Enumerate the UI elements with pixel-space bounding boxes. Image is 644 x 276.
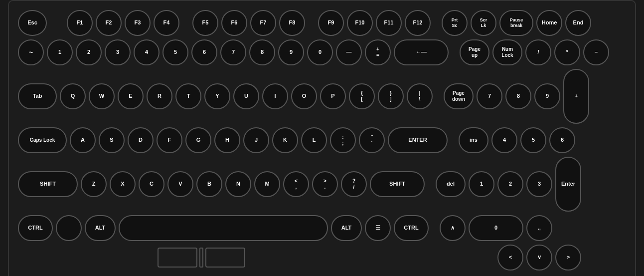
key-num-minus[interactable]: –: [583, 39, 609, 65]
key-i[interactable]: I: [262, 83, 288, 109]
key-f9[interactable]: F9: [318, 10, 344, 36]
key-comma[interactable]: <,: [283, 171, 309, 197]
key-backtick[interactable]: ~: [18, 39, 44, 65]
key-num-4[interactable]: 4: [491, 127, 517, 153]
key-shift-left[interactable]: SHIFT: [18, 171, 78, 197]
key-5[interactable]: 5: [162, 39, 188, 65]
key-backslash[interactable]: |\: [407, 83, 433, 109]
key-pause[interactable]: Pausebreak: [499, 10, 533, 36]
key-num-8[interactable]: 8: [505, 83, 531, 109]
key-prtsc[interactable]: PrtSc: [442, 10, 468, 36]
key-a[interactable]: A: [70, 127, 96, 153]
key-4[interactable]: 4: [134, 39, 160, 65]
key-pageup[interactable]: Pageup: [460, 39, 489, 65]
key-j[interactable]: J: [243, 127, 269, 153]
key-v[interactable]: V: [167, 171, 193, 197]
key-f4[interactable]: F4: [154, 10, 179, 36]
key-lbracket[interactable]: {[: [349, 83, 375, 109]
key-x[interactable]: X: [110, 171, 136, 197]
key-num-3[interactable]: 3: [526, 171, 552, 197]
key-9[interactable]: 9: [278, 39, 304, 65]
key-f6[interactable]: F6: [221, 10, 247, 36]
key-f[interactable]: F: [157, 127, 182, 153]
key-d[interactable]: D: [128, 127, 154, 153]
key-num-0[interactable]: 0: [469, 215, 523, 241]
key-f7[interactable]: F7: [250, 10, 276, 36]
key-u[interactable]: U: [233, 83, 259, 109]
key-w[interactable]: W: [89, 83, 115, 109]
key-f5[interactable]: F5: [192, 10, 218, 36]
key-m[interactable]: M: [254, 171, 280, 197]
key-shift-right[interactable]: SHIFT: [370, 171, 425, 197]
key-pagedown[interactable]: Pagedown: [444, 83, 474, 109]
touchpad-left-button[interactable]: [158, 248, 197, 268]
key-alt-left[interactable]: ALT: [85, 215, 116, 241]
key-end[interactable]: End: [565, 10, 591, 36]
key-r[interactable]: R: [147, 83, 172, 109]
key-b[interactable]: B: [196, 171, 222, 197]
key-f8[interactable]: F8: [279, 10, 305, 36]
key-tab[interactable]: Tab: [18, 83, 57, 109]
key-arrow-left[interactable]: <: [497, 245, 523, 271]
key-equals[interactable]: +=: [365, 39, 391, 65]
key-esc[interactable]: Esc: [18, 10, 47, 36]
key-win[interactable]: [56, 215, 82, 241]
key-scrlk[interactable]: ScrLk: [471, 10, 496, 36]
key-h[interactable]: H: [214, 127, 240, 153]
key-o[interactable]: O: [291, 83, 317, 109]
key-y[interactable]: Y: [204, 83, 230, 109]
key-ins[interactable]: ins: [459, 127, 488, 153]
key-num-7[interactable]: 7: [477, 83, 502, 109]
key-6[interactable]: 6: [191, 39, 217, 65]
key-num-6[interactable]: 6: [549, 127, 575, 153]
key-0[interactable]: 0: [307, 39, 333, 65]
key-f3[interactable]: F3: [125, 10, 151, 36]
key-num-slash[interactable]: /: [525, 39, 551, 65]
key-num-dot[interactable]: .,: [526, 215, 552, 241]
key-f11[interactable]: F11: [376, 10, 402, 36]
key-arrow-down[interactable]: ∨: [526, 245, 552, 271]
key-f12[interactable]: F12: [405, 10, 431, 36]
key-p[interactable]: P: [320, 83, 346, 109]
key-1[interactable]: 1: [47, 39, 73, 65]
key-l[interactable]: L: [301, 127, 327, 153]
key-caret[interactable]: ∧: [440, 215, 466, 241]
key-e[interactable]: E: [118, 83, 144, 109]
key-k[interactable]: K: [272, 127, 298, 153]
key-minus[interactable]: —: [336, 39, 362, 65]
key-num-enter[interactable]: Enter: [555, 157, 581, 212]
key-num-2[interactable]: 2: [497, 171, 523, 197]
key-menu[interactable]: ☰: [365, 215, 391, 241]
key-2[interactable]: 2: [76, 39, 102, 65]
key-t[interactable]: T: [175, 83, 201, 109]
key-z[interactable]: Z: [81, 171, 107, 197]
touchpad-center-button[interactable]: [199, 248, 203, 268]
key-num-plus[interactable]: +: [563, 69, 589, 124]
key-c[interactable]: C: [139, 171, 164, 197]
key-slash[interactable]: ?/: [341, 171, 367, 197]
key-arrow-right[interactable]: >: [555, 245, 581, 271]
key-ctrl-left[interactable]: CTRL: [18, 215, 53, 241]
key-num-1[interactable]: 1: [469, 171, 494, 197]
key-home[interactable]: Home: [536, 10, 562, 36]
key-capslock[interactable]: Caps Lock: [18, 127, 67, 153]
key-n[interactable]: N: [225, 171, 251, 197]
key-3[interactable]: 3: [105, 39, 131, 65]
key-alt-right[interactable]: ALT: [331, 215, 362, 241]
key-f1[interactable]: F1: [67, 10, 93, 36]
key-num-asterisk[interactable]: *: [554, 39, 580, 65]
key-7[interactable]: 7: [220, 39, 246, 65]
key-backspace[interactable]: ←—: [394, 39, 449, 65]
key-period[interactable]: >.: [312, 171, 338, 197]
key-num-9[interactable]: 9: [534, 83, 560, 109]
key-rbracket[interactable]: }]: [378, 83, 404, 109]
key-ctrl-right[interactable]: CTRL: [394, 215, 429, 241]
key-del[interactable]: del: [436, 171, 466, 197]
key-numlock[interactable]: NumLock: [492, 39, 522, 65]
key-quote[interactable]: "': [359, 127, 385, 153]
key-enter[interactable]: ENTER: [388, 127, 448, 153]
key-semicolon[interactable]: :;: [330, 127, 356, 153]
key-f2[interactable]: F2: [96, 10, 122, 36]
key-num-5[interactable]: 5: [520, 127, 546, 153]
key-space[interactable]: [119, 215, 328, 241]
